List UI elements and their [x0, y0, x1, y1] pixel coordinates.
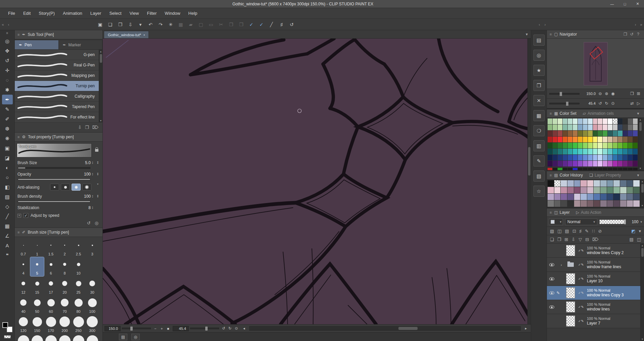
history-color-swatch[interactable]	[581, 180, 587, 187]
brush-size-option[interactable]: 1	[30, 238, 44, 257]
color-swatch[interactable]	[563, 118, 567, 124]
color-swatch[interactable]	[623, 137, 628, 142]
brush-density-dynamics-button[interactable]: ▾▾	[96, 195, 100, 198]
color-swatch[interactable]	[568, 161, 572, 166]
sub-tool-item[interactable]: Turnip pen	[15, 81, 99, 91]
color-swatch[interactable]	[578, 168, 583, 170]
brush-size-option[interactable]: 40	[16, 295, 30, 314]
color-swatch[interactable]	[558, 155, 562, 160]
transparent-color-chip[interactable]	[4, 335, 11, 338]
navigator-header-button[interactable]: ?	[635, 32, 641, 37]
color-swatch[interactable]	[588, 118, 593, 124]
color-swatch[interactable]	[553, 143, 557, 148]
brush-size-option[interactable]: 8	[58, 257, 72, 276]
brush-size-option[interactable]: 17	[44, 276, 58, 295]
color-swatch[interactable]	[553, 155, 557, 160]
toolbar-button[interactable]: ⇩	[126, 20, 135, 29]
lock-icon[interactable]	[95, 149, 98, 152]
navigator-tab[interactable]: ▢Navigator	[554, 32, 577, 37]
layer-edit-flags[interactable]: ✓✎	[576, 263, 586, 266]
color-swatch[interactable]	[608, 125, 612, 130]
navigator-rotation-slider[interactable]	[549, 103, 579, 104]
color-swatch[interactable]	[588, 125, 593, 130]
color-swatch[interactable]	[623, 155, 628, 160]
history-color-swatch[interactable]	[574, 194, 581, 200]
color-swatch[interactable]	[628, 161, 633, 166]
color-swatch[interactable]	[593, 161, 598, 166]
history-color-swatch[interactable]	[567, 194, 574, 200]
history-color-swatch[interactable]	[594, 194, 600, 200]
history-color-swatch[interactable]	[607, 194, 613, 200]
color-swatch[interactable]	[553, 125, 557, 130]
history-color-swatch[interactable]	[548, 194, 554, 200]
brush-size-option[interactable]: 50	[30, 295, 44, 314]
navigator-rotate-button[interactable]: ⊙	[610, 101, 616, 106]
history-color-swatch[interactable]	[554, 194, 561, 200]
color-set-options-arrow[interactable]: ▾	[635, 111, 641, 116]
panel-menu-icon[interactable]: ≡	[550, 210, 552, 214]
history-color-swatch[interactable]	[613, 194, 620, 200]
brush-size-option[interactable]: 150	[30, 314, 44, 334]
toolbar-button[interactable]: ❒	[237, 20, 246, 29]
color-swatch[interactable]	[548, 161, 552, 166]
color-swatch[interactable]	[613, 118, 617, 124]
toolbar-button[interactable]: ↷	[156, 20, 165, 29]
document-tab[interactable]: Gothic_window-tut* ●	[104, 31, 149, 38]
layer-command-button[interactable]: ⊞	[564, 237, 568, 242]
color-swatch[interactable]	[593, 125, 598, 130]
sub-tool-item[interactable]: Real G-Pen	[15, 60, 99, 70]
brush-density-value[interactable]: 100	[76, 194, 91, 199]
color-swatch[interactable]	[618, 125, 622, 130]
toolbar-button[interactable]: ♯	[277, 20, 286, 29]
history-color-swatch[interactable]	[600, 200, 607, 207]
layer-thumbnail[interactable]	[566, 273, 575, 284]
color-swatch[interactable]	[633, 137, 638, 142]
panel-menu-icon[interactable]: ≡	[550, 111, 552, 115]
layer-visibility-toggle[interactable]	[548, 263, 556, 266]
color-swatch[interactable]	[608, 155, 612, 160]
color-swatch[interactable]	[623, 143, 628, 148]
sub-tool-footer-button[interactable]: ❐	[85, 125, 89, 130]
canvas-horizontal-scrollbar-thumb[interactable]	[398, 327, 417, 330]
color-swatch[interactable]	[618, 131, 622, 136]
layer-thumbnail[interactable]	[566, 245, 575, 256]
history-color-swatch[interactable]	[548, 200, 554, 207]
layer-opacity-slider[interactable]	[599, 220, 626, 224]
toolbar-button[interactable]: ╱	[267, 20, 276, 29]
color-set-scrollbar[interactable]: ▲▼	[638, 118, 642, 170]
color-swatch[interactable]	[608, 131, 612, 136]
color-history-scrollbar[interactable]: ▲▼	[640, 180, 644, 207]
layer-tab[interactable]: ◫Layer	[554, 210, 569, 215]
material-category-button[interactable]: ❍	[533, 125, 545, 136]
history-color-swatch[interactable]	[554, 200, 561, 207]
layer-command-button[interactable]: ❏	[550, 237, 554, 242]
color-swatch[interactable]	[588, 143, 593, 148]
history-color-swatch[interactable]	[633, 180, 640, 187]
history-color-swatch[interactable]	[561, 200, 567, 207]
color-swatch[interactable]	[608, 161, 612, 166]
zoom-control-button[interactable]: −	[152, 327, 159, 331]
color-swatch[interactable]	[583, 125, 588, 130]
color-swatch[interactable]	[603, 168, 607, 170]
layer-row[interactable]: ✎ › ✓✎ 100 % Normal Layer 7	[547, 314, 640, 328]
color-swatch[interactable]	[583, 137, 588, 142]
color-history-tab[interactable]: ▤Color History	[554, 173, 583, 178]
navigator-rotate-button[interactable]: ↺	[597, 101, 603, 106]
layer-visibility-toggle[interactable]	[548, 277, 556, 281]
color-swatch[interactable]	[628, 137, 633, 142]
color-swatch[interactable]	[553, 131, 557, 136]
color-swatch[interactable]	[593, 149, 598, 154]
material-category-button[interactable]: ▥	[533, 140, 545, 151]
history-color-swatch[interactable]	[561, 180, 567, 187]
history-color-swatch[interactable]	[600, 194, 607, 200]
brush-size-option[interactable]: 2.5	[72, 238, 85, 257]
tab-list-dropdown[interactable]: ▾	[523, 32, 531, 37]
color-swatch[interactable]	[618, 155, 622, 160]
menu-item[interactable]: File	[4, 11, 19, 16]
color-swatch[interactable]	[563, 168, 567, 170]
history-color-swatch[interactable]	[633, 194, 640, 200]
color-swatch[interactable]	[633, 131, 638, 136]
color-swatch[interactable]	[558, 149, 562, 154]
material-category-button[interactable]: ❐	[533, 80, 545, 91]
history-color-swatch[interactable]	[600, 180, 607, 187]
